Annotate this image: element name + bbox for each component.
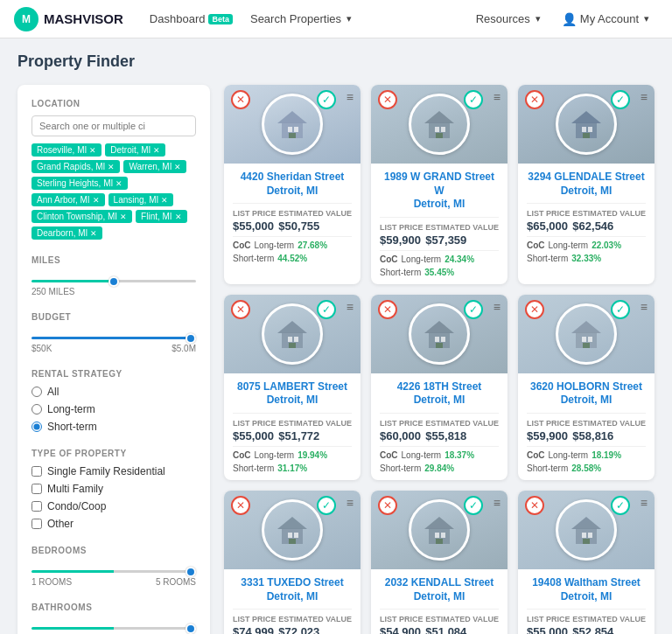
svg-rect-19	[289, 343, 296, 348]
nav-resources[interactable]: Resources	[467, 0, 550, 38]
card-dislike-btn[interactable]: ✕	[378, 300, 397, 319]
card-like-btn[interactable]: ✓	[464, 496, 483, 515]
rental-option-longterm[interactable]: Long-term	[32, 403, 196, 415]
location-tag[interactable]: Roseville, MI✕	[32, 143, 102, 157]
card-menu-btn[interactable]: ≡	[346, 90, 354, 104]
nav-account-label: My Account	[580, 12, 639, 25]
card-like-btn[interactable]: ✓	[317, 300, 336, 319]
tag-remove-icon[interactable]: ✕	[116, 179, 122, 188]
location-tag[interactable]: Grand Rapids, MI✕	[32, 160, 120, 173]
estimated-value-value: $52,854	[572, 625, 646, 634]
tag-remove-icon[interactable]: ✕	[174, 163, 181, 171]
coc-label: CoC	[527, 450, 545, 460]
logo[interactable]: M MASHVISOR	[14, 7, 123, 31]
card-body: 3294 GLENDALE StreetDetroit, MI LIST PRI…	[518, 164, 654, 270]
miles-section: MILES 250 MILES	[32, 255, 196, 296]
property-card: ✕ ✓ ≡ 8075 LAMBERT StreetDetroit, MI LIS…	[224, 295, 360, 480]
card-dislike-btn[interactable]: ✕	[378, 90, 397, 109]
card-coc: CoC Long-term 22.03% Short-term 32.33%	[527, 236, 646, 263]
card-menu-btn[interactable]: ≡	[346, 300, 354, 314]
list-price-value: $55,000	[233, 219, 276, 233]
svg-rect-13	[588, 127, 592, 132]
card-dislike-btn[interactable]: ✕	[231, 90, 250, 109]
longterm-label: Long-term	[549, 450, 589, 460]
card-like-btn[interactable]: ✓	[611, 90, 630, 109]
property-type-multifamily[interactable]: Multi Family	[32, 483, 196, 495]
svg-marker-5	[424, 111, 454, 123]
card-like-btn[interactable]: ✓	[317, 90, 336, 109]
sidebar: LOCATION Roseville, MI✕Detroit, MI✕Grand…	[18, 85, 210, 634]
budget-slider[interactable]	[32, 337, 196, 339]
property-type-other[interactable]: Other	[32, 518, 196, 530]
card-like-btn[interactable]: ✓	[611, 300, 630, 319]
card-menu-btn[interactable]: ≡	[640, 90, 648, 104]
card-address[interactable]: 4226 18TH StreetDetroit, MI	[380, 380, 499, 408]
card-dislike-btn[interactable]: ✕	[231, 496, 250, 515]
card-address[interactable]: 4420 Sheridan StreetDetroit, MI	[233, 171, 352, 198]
tag-remove-icon[interactable]: ✕	[120, 212, 127, 221]
bedrooms-section: BEDROOMS 1 ROOMS 5 ROOMS	[32, 546, 196, 587]
card-like-btn[interactable]: ✓	[464, 300, 483, 319]
rental-option-all[interactable]: All	[32, 386, 196, 398]
location-tag[interactable]: Sterling Heights, MI✕	[32, 177, 128, 190]
results-area: ✕ ✓ ≡ 4420 Sheridan StreetDetroit, MI LI…	[224, 85, 654, 634]
estimated-value-value: $58,816	[572, 429, 646, 442]
estimated-value-col: ESTIMATED VALUE $51,084	[425, 615, 499, 634]
card-dislike-btn[interactable]: ✕	[525, 300, 544, 319]
coc-label: CoC	[233, 240, 251, 250]
card-address[interactable]: 2032 KENDALL StreetDetroit, MI	[380, 576, 499, 603]
card-dislike-btn[interactable]: ✕	[378, 496, 397, 515]
card-menu-btn[interactable]: ≡	[346, 496, 354, 510]
coc-label: CoC	[527, 240, 545, 250]
card-menu-btn[interactable]: ≡	[640, 300, 648, 314]
card-like-btn[interactable]: ✓	[317, 496, 336, 515]
location-tag[interactable]: Flint, MI✕	[136, 210, 187, 223]
location-tag[interactable]: Clinton Township, MI✕	[32, 210, 132, 223]
tag-remove-icon[interactable]: ✕	[161, 196, 168, 205]
card-address[interactable]: 3294 GLENDALE StreetDetroit, MI	[527, 171, 646, 198]
property-type-singlefamilyresidential[interactable]: Single Family Residential	[32, 465, 196, 477]
card-dislike-btn[interactable]: ✕	[525, 496, 544, 515]
card-address[interactable]: 3331 TUXEDO StreetDetroit, MI	[233, 576, 352, 603]
card-like-btn[interactable]: ✓	[611, 496, 630, 515]
tag-remove-icon[interactable]: ✕	[90, 229, 97, 238]
card-header: ✕ ✓ ≡	[371, 85, 508, 164]
shortterm-value: 44.52%	[277, 254, 307, 263]
card-menu-btn[interactable]: ≡	[640, 496, 648, 510]
card-address[interactable]: 19408 Waltham StreetDetroit, MI	[527, 576, 646, 603]
location-tag[interactable]: Dearborn, MI✕	[32, 226, 102, 240]
property-card: ✕ ✓ ≡ 2032 KENDALL StreetDetroit, MI LIS…	[371, 491, 508, 634]
tag-remove-icon[interactable]: ✕	[108, 163, 115, 171]
card-address[interactable]: 8075 LAMBERT StreetDetroit, MI	[233, 380, 352, 408]
tag-remove-icon[interactable]: ✕	[175, 212, 182, 221]
tag-remove-icon[interactable]: ✕	[89, 146, 96, 155]
bedrooms-slider[interactable]	[32, 570, 196, 573]
card-menu-btn[interactable]: ≡	[494, 496, 500, 510]
nav-account[interactable]: 👤 My Account	[553, 0, 658, 38]
location-tag[interactable]: Lansing, MI✕	[108, 193, 174, 206]
nav-search-properties[interactable]: Search Properties	[242, 0, 360, 38]
card-address[interactable]: 3620 HOLBORN StreetDetroit, MI	[527, 380, 646, 408]
rental-option-shortterm[interactable]: Short-term	[32, 421, 196, 433]
dashboard-badge: Beta	[208, 14, 233, 24]
location-search-input[interactable]	[32, 115, 196, 136]
card-header: ✕ ✓ ≡	[224, 295, 360, 373]
card-menu-btn[interactable]: ≡	[494, 90, 500, 104]
property-type-condocoop[interactable]: Condo/Coop	[32, 500, 196, 512]
tag-remove-icon[interactable]: ✕	[93, 196, 100, 205]
card-like-btn[interactable]: ✓	[464, 90, 483, 109]
card-dislike-btn[interactable]: ✕	[231, 300, 250, 319]
card-body: 19408 Waltham StreetDetroit, MI LIST PRI…	[518, 569, 654, 634]
card-address[interactable]: 1989 W GRAND Street WDetroit, MI	[380, 171, 499, 212]
card-dislike-btn[interactable]: ✕	[525, 90, 544, 109]
location-tag[interactable]: Ann Arbor, MI✕	[32, 193, 105, 206]
card-menu-btn[interactable]: ≡	[494, 300, 500, 314]
bathrooms-slider[interactable]	[32, 627, 196, 630]
miles-slider[interactable]	[32, 280, 196, 282]
location-tag[interactable]: Warren, MI✕	[123, 160, 186, 173]
location-tag[interactable]: Detroit, MI✕	[105, 143, 165, 157]
tag-remove-icon[interactable]: ✕	[153, 146, 160, 155]
nav-dashboard[interactable]: Dashboard Beta	[141, 0, 242, 38]
svg-rect-34	[289, 539, 296, 544]
budget-slider-container: $50K $5.0M	[32, 329, 196, 353]
